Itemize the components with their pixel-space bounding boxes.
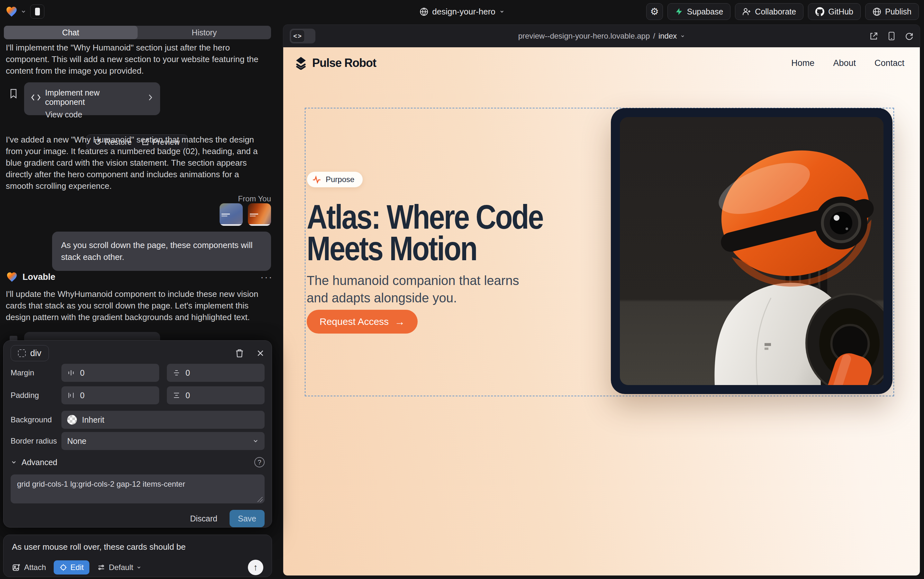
padding-vertical-icon (173, 391, 180, 399)
crosshair-icon (59, 564, 67, 571)
github-button[interactable]: GitHub (808, 3, 861, 20)
supabase-bolt-icon (675, 7, 683, 16)
chevron-down-icon (11, 459, 17, 465)
site-nav: Home About Contact (791, 58, 904, 68)
arrow-right-icon: → (395, 317, 405, 327)
save-button[interactable]: Save (230, 510, 264, 527)
arrow-up-icon: ↑ (253, 562, 258, 572)
preview-url[interactable]: preview--design-your-hero.lovable.app / … (518, 31, 685, 41)
assistant-message: I'll update the WhyHumanoid component to… (6, 288, 267, 323)
message-menu-icon[interactable]: ··· (260, 272, 273, 283)
margin-label: Margin (11, 368, 61, 377)
agent-header: Lovable ··· (6, 271, 273, 283)
attachment-thumbnails (220, 203, 271, 226)
hero-subheading: The humanoid companion that learns and a… (307, 272, 532, 307)
chevron-down-icon (680, 34, 685, 39)
padding-y-input[interactable]: 0 (167, 386, 264, 404)
nav-home[interactable]: Home (791, 58, 815, 68)
supabase-button[interactable]: Supabase (668, 3, 731, 20)
advanced-section-toggle[interactable]: Advanced ? (11, 457, 264, 468)
sidebar-panel-icon (35, 8, 40, 15)
component-card-title: Implement new component (45, 88, 139, 107)
preview-panel: <> preview--design-your-hero.lovable.app… (283, 25, 920, 576)
topbar-left (5, 5, 44, 19)
toggle-sidebar-button[interactable] (30, 5, 44, 19)
chevron-right-icon (148, 94, 153, 101)
nav-about[interactable]: About (833, 58, 856, 68)
gear-icon: ⚙ (650, 7, 659, 16)
resize-grip[interactable] (258, 497, 263, 502)
open-in-new-tab-button[interactable] (869, 32, 878, 41)
component-change-card[interactable]: Implement new component View code (24, 82, 160, 115)
workspace-menu[interactable] (5, 5, 26, 18)
chevron-down-icon (499, 9, 504, 14)
tailwind-classes-textarea[interactable]: grid grid-cols-1 lg:grid-cols-2 gap-12 i… (11, 474, 264, 504)
layers-icon (294, 56, 308, 70)
request-access-button[interactable]: Request Access → (307, 310, 418, 334)
project-switcher[interactable]: design-your-hero (420, 7, 504, 17)
border-radius-select[interactable]: None (61, 432, 264, 450)
margin-y-input[interactable]: 0 (167, 364, 264, 382)
robot-image (620, 117, 883, 385)
selected-element-chip[interactable]: div (11, 345, 49, 361)
selected-element-tag: div (30, 348, 41, 358)
code-icon (31, 94, 41, 101)
delete-element-button[interactable] (235, 349, 244, 358)
chevron-down-icon (136, 565, 142, 570)
hero-robot-card (611, 108, 893, 394)
discard-button[interactable]: Discard (190, 514, 217, 523)
element-inspector-panel: div Margin (3, 340, 272, 528)
chat-mode-select[interactable]: Default (97, 563, 142, 572)
mobile-view-button[interactable] (888, 31, 895, 41)
publish-button[interactable]: Publish (865, 3, 919, 20)
close-inspector-button[interactable] (256, 349, 264, 357)
user-message-bubble: As you scroll down the page, these compo… (52, 232, 271, 271)
preview-browser-bar: <> preview--design-your-hero.lovable.app… (283, 25, 920, 47)
attach-image-icon (12, 563, 21, 572)
sliders-icon (97, 563, 106, 572)
topbar: design-your-hero ⚙ Supabase Collaborate (0, 0, 924, 23)
inspector-header: div (11, 341, 264, 361)
preview-page-name: index (658, 31, 677, 41)
code-view-toggle[interactable]: <> (290, 29, 315, 43)
globe-icon (420, 7, 428, 16)
padding-x-input[interactable]: 0 (61, 386, 159, 404)
send-message-button[interactable]: ↑ (248, 560, 263, 575)
lovable-app: design-your-hero ⚙ Supabase Collaborate (0, 0, 924, 579)
external-link-icon (869, 32, 878, 41)
lovable-heart-icon (6, 271, 18, 283)
preview-viewport: Pulse Robot Home About Contact Purpose (283, 47, 920, 576)
bookmark-icon[interactable] (10, 89, 17, 100)
margin-x-input[interactable]: 0 (61, 364, 159, 382)
attachment-thumbnail-blue[interactable] (220, 203, 243, 226)
nav-contact[interactable]: Contact (875, 58, 904, 68)
chat-input[interactable]: As user mouse roll over, these cards sho… (12, 542, 263, 552)
tab-chat[interactable]: Chat (4, 26, 137, 39)
chevron-down-icon (252, 438, 259, 444)
help-icon[interactable]: ? (254, 457, 264, 468)
settings-button[interactable]: ⚙ (646, 3, 663, 20)
purpose-badge: Purpose (307, 172, 363, 188)
border-radius-label: Border radius (11, 437, 61, 445)
refresh-icon (905, 32, 913, 40)
element-outline-icon (18, 349, 26, 357)
refresh-button[interactable] (905, 32, 913, 40)
attach-button[interactable]: Attach (12, 563, 46, 572)
background-label: Background (11, 415, 61, 424)
padding-horizontal-icon (67, 391, 75, 399)
padding-label: Padding (11, 391, 61, 400)
collaborate-button[interactable]: Collaborate (735, 3, 803, 20)
edit-mode-button[interactable]: Edit (54, 560, 90, 574)
site-logo[interactable]: Pulse Robot (294, 56, 376, 70)
phone-icon (888, 31, 895, 41)
agent-name: Lovable (23, 272, 55, 282)
background-input[interactable]: Inherit (61, 411, 264, 429)
close-icon (256, 349, 264, 357)
site-header: Pulse Robot Home About Contact (294, 56, 904, 70)
assistant-message: I've added a new "Why Humanoid" section … (6, 134, 267, 192)
attachment-thumbnail-orange[interactable] (248, 203, 271, 226)
project-name: design-your-hero (432, 7, 495, 17)
view-code-link[interactable]: View code (31, 110, 153, 119)
lovable-heart-logo (5, 5, 18, 18)
tab-history[interactable]: History (137, 26, 271, 39)
